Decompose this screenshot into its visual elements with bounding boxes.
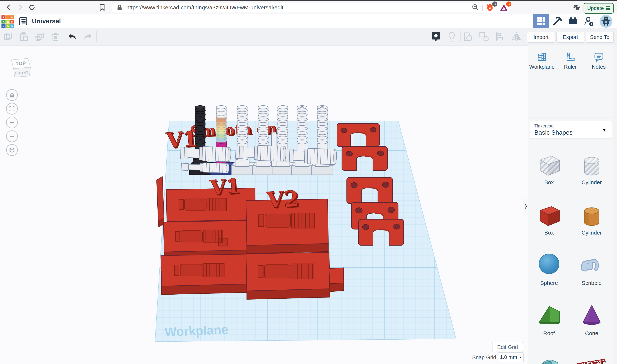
panel-divider — [528, 117, 613, 118]
logo-tile: A — [6, 24, 10, 28]
dropdown-caret-icon: ▼ — [602, 127, 607, 133]
redo-button[interactable] — [83, 32, 93, 42]
browser-bookmark-button[interactable] — [97, 2, 107, 13]
notes-tool[interactable]: Notes — [585, 48, 613, 70]
back-icon — [7, 5, 10, 10]
shape-item-roof[interactable]: Roof — [528, 298, 570, 348]
group-button[interactable] — [463, 32, 473, 42]
view-cube[interactable]: TOP FRONT — [5, 52, 37, 81]
browser-forward-button[interactable] — [15, 2, 25, 13]
view-3d-mode-button[interactable] — [533, 14, 549, 28]
panel-scrollbar[interactable] — [613, 45, 617, 364]
shield-badge: 3 — [492, 1, 497, 7]
shape-item-round-roof[interactable]: Round Roof — [528, 348, 570, 364]
brick-icon — [568, 17, 578, 26]
browser-menu-icon[interactable] — [606, 6, 610, 11]
brave-shield-button[interactable]: 3 — [486, 3, 495, 13]
add-person-icon — [584, 16, 594, 26]
send-to-button[interactable]: Send To — [586, 32, 614, 43]
extensions-button[interactable] — [571, 2, 582, 13]
snap-grid-caret-icon: ▲ — [519, 356, 522, 359]
shape-item-scribble[interactable]: Scribble — [570, 247, 613, 298]
shape-item-box[interactable]: Box — [528, 197, 570, 247]
mold-cavity — [258, 213, 314, 228]
shape-item-cylinder[interactable]: Cylinder — [570, 147, 613, 197]
user-avatar[interactable] — [599, 15, 613, 28]
zoom-in-button[interactable] — [6, 117, 18, 128]
send-to-label: Send To — [590, 34, 609, 40]
toolbar-separator — [492, 31, 492, 42]
brave-rewards-button[interactable]: 3 — [500, 3, 509, 13]
view-home-button[interactable] — [6, 89, 18, 101]
https-lock-icon — [117, 4, 122, 11]
home-icon — [9, 92, 15, 98]
url-text[interactable]: https://www.tinkercad.com/things/a3z9w4J… — [126, 2, 283, 13]
mold-block-v2 — [246, 252, 344, 299]
browser-reload-button[interactable] — [27, 2, 37, 13]
shape-item-cone[interactable]: Cone — [570, 298, 613, 348]
pickaxe-icon — [552, 16, 562, 26]
design-title[interactable]: Universal — [32, 14, 61, 28]
snap-grid-dropdown[interactable]: 1.0 mm ▲ — [498, 352, 524, 362]
paste-icon — [19, 32, 28, 41]
design-menu-icon — [19, 17, 27, 26]
blocks-mode-button[interactable] — [549, 14, 565, 28]
toolbar-separator — [460, 31, 461, 42]
mirror-flip-icon — [511, 32, 522, 42]
tinkercad-logo[interactable]: TINKERCAD — [1, 15, 14, 28]
mold-block-v1 — [161, 254, 256, 295]
logo-tile: T — [1, 15, 5, 19]
bricks-mode-button[interactable] — [565, 14, 581, 28]
shape-label: Cylinder — [581, 230, 602, 236]
shape-item-text[interactable]: TEXT TEXT Text — [570, 348, 613, 364]
logo-tile: I — [6, 15, 10, 19]
edit-grid-button[interactable]: Edit Grid — [492, 342, 523, 352]
chevron-right-icon — [524, 203, 527, 210]
perspective-toggle-button[interactable] — [6, 144, 18, 156]
workplane-tool[interactable]: Workplane — [528, 48, 556, 70]
library-dropdown[interactable]: Tinkercad Basic Shapes ▼ — [530, 121, 612, 139]
magnifier-minus-icon — [472, 4, 479, 11]
ungroup-button[interactable] — [479, 32, 489, 42]
show-all-button[interactable] — [447, 32, 457, 42]
shape-label: Box — [544, 179, 554, 185]
shape-label: Cone — [585, 330, 598, 337]
undo-button[interactable] — [67, 32, 77, 42]
annotation-tool-button[interactable] — [431, 32, 441, 42]
view-cube-front-label: FRONT — [15, 71, 29, 75]
zoom-out-button[interactable] — [6, 130, 18, 142]
invite-collaborator-button[interactable] — [581, 14, 597, 28]
duplicate-button[interactable] — [35, 32, 45, 42]
paste-button[interactable] — [19, 32, 29, 42]
edit-grid-label: Edit Grid — [497, 344, 518, 350]
copy-button[interactable] — [3, 32, 13, 42]
delete-button[interactable] — [50, 32, 61, 42]
addressbar-separator — [482, 5, 483, 11]
shape-item-sphere[interactable]: Sphere — [528, 247, 570, 298]
shape-label: Box — [544, 230, 554, 236]
shape-item-box[interactable]: Box — [528, 147, 570, 197]
design-properties-button[interactable] — [19, 17, 27, 26]
panel-collapse-handle[interactable] — [523, 198, 528, 215]
browser-back-button[interactable] — [4, 2, 14, 13]
rewards-badge: 3 — [506, 1, 511, 7]
workplane-icon — [537, 52, 547, 63]
browser-update-button[interactable]: Update — [584, 3, 614, 13]
zoom-out-page-button[interactable] — [470, 2, 480, 13]
mold-cavity — [258, 264, 314, 279]
shape-label: Scribble — [582, 280, 602, 286]
puzzle-icon — [573, 3, 580, 11]
export-label: Export — [563, 34, 578, 40]
align-button[interactable] — [494, 32, 505, 42]
shape-item-cylinder[interactable]: Cylinder — [570, 197, 613, 247]
zoom-in-icon — [9, 119, 15, 126]
fit-view-button[interactable] — [6, 103, 18, 115]
ruler-tool[interactable]: Ruler — [557, 48, 584, 70]
logo-tile: K — [1, 20, 5, 24]
zoom-out-icon — [9, 133, 15, 140]
logo-tile: N — [10, 15, 14, 19]
import-button[interactable]: Import — [527, 32, 555, 43]
mirror-button[interactable] — [511, 32, 522, 42]
export-button[interactable]: Export — [556, 32, 584, 43]
library-kicker: Tinkercad — [534, 123, 553, 129]
